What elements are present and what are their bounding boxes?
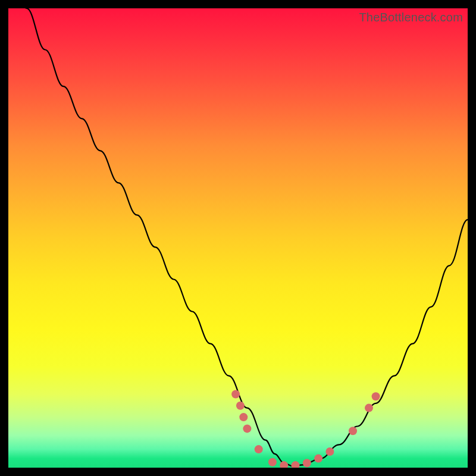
data-marker [292,461,300,468]
data-marker [255,445,263,453]
data-marker [314,455,322,463]
data-marker [303,459,311,467]
chart-svg [8,8,468,468]
data-markers [231,390,380,468]
data-marker [365,404,373,412]
plot-area [8,8,468,468]
data-marker [372,392,380,400]
data-marker [325,447,334,456]
watermark-text: TheBottleneck.com [359,11,463,24]
data-marker [349,427,357,435]
data-marker [239,413,248,421]
data-marker [243,424,251,433]
data-marker [280,461,288,468]
data-marker [268,458,277,466]
data-marker [236,402,245,410]
data-marker [231,390,240,399]
